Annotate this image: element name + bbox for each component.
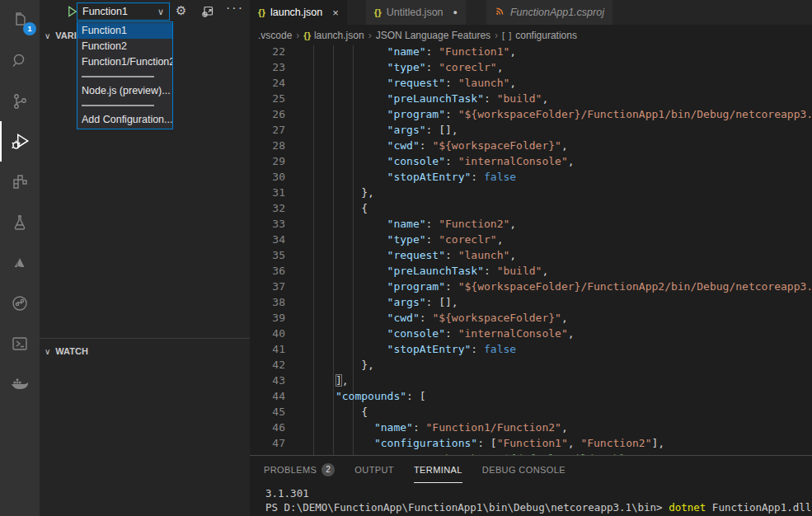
line-number: 40 [250, 326, 285, 341]
code-line[interactable]: 39 "cwd": "${workspaceFolder}", [250, 310, 812, 326]
line-number: 31 [250, 185, 285, 200]
code-line[interactable]: 33 "name": "Function2", [250, 216, 812, 232]
code-line[interactable]: 35 "request": "launch", [250, 247, 812, 263]
azure-icon[interactable] [0, 242, 40, 283]
tab-launch-json[interactable]: {} launch.json × [250, 0, 348, 25]
debug-console-icon[interactable] [201, 5, 214, 21]
breadcrumb: .vscode›{}launch.json›JSON Language Feat… [250, 25, 812, 45]
terminal-text: PS D:\DEMO\FunctionApp\FunctionApp1\bin\… [265, 501, 669, 514]
section-divider [40, 338, 250, 339]
token-k: "name" [387, 218, 426, 230]
code-line[interactable]: 31 }, [250, 185, 812, 200]
breadcrumb-item[interactable]: {}launch.json [303, 30, 364, 41]
code-line[interactable]: 27 "args": [], [250, 122, 812, 138]
extensions-icon[interactable] [0, 162, 40, 202]
dropdown-separator [82, 105, 154, 106]
code-line[interactable]: 26 "program": "${workspaceFolder}/Functi… [250, 106, 812, 122]
debug-config-select[interactable]: Function1 ∨ [77, 2, 170, 21]
code-line[interactable]: 38 "args": [], [250, 294, 812, 310]
token-pl: , [561, 421, 568, 434]
code-line[interactable]: 23 "type": "coreclr", [250, 59, 812, 75]
token-pl: : [484, 92, 497, 105]
token-pl: : [], [426, 124, 458, 136]
code-line[interactable]: 32 { [250, 200, 812, 216]
code-line[interactable]: 42 }, [250, 357, 812, 373]
docker-icon[interactable] [0, 364, 40, 404]
debug-config-dropdown: Function1Function2Function1/Function2Nod… [77, 21, 173, 129]
line-number: 23 [250, 59, 285, 75]
panel-tab-debug-console[interactable]: DEBUG CONSOLE [482, 456, 566, 483]
code-text: "request": "launch", [297, 247, 516, 263]
code-line[interactable]: 30 "stopAtEntry": false [250, 169, 812, 185]
code-line[interactable]: 46 "name": "Function1/Function2", [250, 420, 812, 435]
line-number: 37 [250, 279, 285, 294]
code-line[interactable]: 28 "cwd": "${workspaceFolder}", [250, 138, 812, 153]
token-pl: : [426, 61, 439, 73]
powershell-icon[interactable] [0, 323, 40, 364]
line-number: 35 [250, 247, 285, 263]
source-control-icon[interactable] [0, 81, 40, 121]
watch-section-header[interactable]: ∨ WATCH [40, 342, 250, 360]
dropdown-item[interactable]: Node.js (preview)... [77, 83, 172, 99]
token-pl: : [426, 218, 439, 230]
code-line[interactable]: 43 ], [250, 373, 812, 388]
code-line[interactable]: 37 "program": "${workspaceFolder}/Functi… [250, 279, 812, 294]
line-number: 24 [250, 75, 285, 91]
dropdown-item[interactable]: Add Configuration... [77, 112, 172, 128]
token-b: false [484, 171, 516, 183]
breadcrumb-item[interactable]: JSON Language Features [376, 30, 490, 41]
code-text: "args": [], [297, 122, 458, 138]
code-editor[interactable]: 22 "name": "Function1",23 "type": "corec… [250, 45, 812, 455]
code-line[interactable]: 22 "name": "Function1", [250, 45, 812, 59]
more-actions-icon[interactable]: ··· [226, 1, 244, 16]
code-line[interactable]: 24 "request": "launch", [250, 75, 812, 91]
problems-count-badge: 2 [322, 463, 335, 476]
gear-icon[interactable]: ⚙ [176, 3, 186, 18]
token-pl: : [420, 312, 433, 324]
chevron-down-icon: ∨ [157, 7, 164, 17]
code-line[interactable]: 47 "configurations": ["Function1", "Func… [250, 435, 812, 451]
breadcrumb-separator: › [368, 30, 372, 41]
line-number: 30 [250, 169, 285, 185]
breadcrumb-item[interactable]: .vscode [258, 30, 292, 41]
code-line[interactable]: 40 "console": "internalConsole", [250, 326, 812, 341]
token-k: "args" [387, 124, 426, 136]
dropdown-item[interactable]: Function2 [77, 39, 172, 54]
panel-tab-terminal[interactable]: TERMINAL [414, 456, 462, 483]
tab-untitled-json[interactable]: {} Untitled.json ● [366, 0, 467, 25]
code-text: "type": "coreclr", [297, 232, 503, 247]
breadcrumb-item[interactable]: [ ]configurations [502, 30, 577, 41]
close-icon[interactable]: × [332, 7, 339, 19]
panel-tab-label: TERMINAL [414, 465, 462, 475]
code-line[interactable]: 34 "type": "coreclr", [250, 232, 812, 247]
code-text: "configurations": ["Function1", "Functio… [297, 435, 664, 451]
code-line[interactable]: 29 "console": "internalConsole", [250, 153, 812, 169]
panel-tab-output[interactable]: OUTPUT [354, 456, 394, 483]
breadcrumb-separator: › [495, 30, 498, 41]
remote-explorer-icon[interactable] [0, 283, 40, 323]
panel-tab-problems[interactable]: PROBLEMS2 [264, 456, 335, 483]
code-line[interactable]: 36 "preLaunchTask": "build", [250, 263, 812, 279]
run-and-debug-icon[interactable] [0, 121, 40, 162]
terminal-output[interactable]: 3.1.301PS D:\DEMO\FunctionApp\FunctionAp… [250, 483, 812, 514]
token-pl: : [426, 233, 439, 246]
test-beaker-icon[interactable] [0, 202, 40, 242]
code-line[interactable]: 41 "stopAtEntry": false [250, 341, 812, 357]
dropdown-item[interactable]: Function1/Function2 [77, 54, 172, 70]
code-text: "program": "${workspaceFolder}/FunctionA… [297, 106, 812, 122]
token-k: "type" [387, 61, 426, 73]
token-pl: : [445, 77, 458, 89]
dropdown-item[interactable]: Function1 [77, 23, 172, 39]
search-icon[interactable] [0, 40, 40, 81]
modified-dot-icon[interactable]: ● [453, 8, 458, 16]
code-line[interactable]: 45 { [250, 404, 812, 420]
line-number: 38 [250, 294, 285, 310]
token-s: "Function1/Function2" [426, 421, 561, 434]
tab-functionapp1-csproj[interactable]: FunctionApp1.csproj [486, 0, 613, 25]
run-debug-sidebar: Function1 ∨ ⚙ ··· ∨ VARIABLES ∨ WATCH Fu… [40, 0, 250, 516]
code-line[interactable]: 44 "compounds": [ [250, 388, 812, 404]
token-pl: : [445, 108, 458, 120]
explorer-icon[interactable]: 1 [0, 0, 40, 40]
token-s: "Function2" [580, 437, 651, 449]
code-line[interactable]: 25 "preLaunchTask": "build", [250, 91, 812, 106]
